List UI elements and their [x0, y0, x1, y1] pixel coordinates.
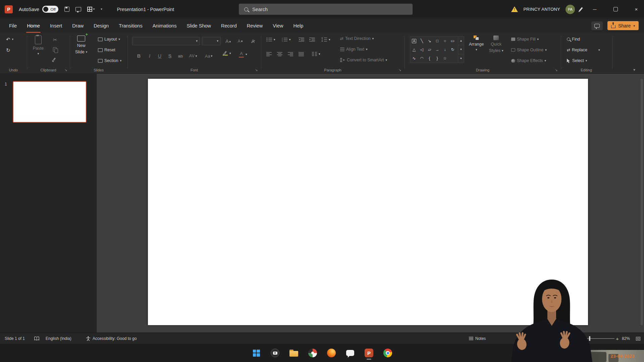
shape-effects-button[interactable]: Shape Effects ▾ [511, 58, 546, 63]
tab-file[interactable]: File [4, 18, 22, 33]
quick-styles-button[interactable]: Quick Styles ▾ [489, 36, 503, 53]
tab-draw[interactable]: Draw [67, 18, 89, 33]
text-highlight-color-button[interactable]: ▾ [223, 51, 231, 56]
start-button[interactable] [250, 346, 263, 360]
section-button[interactable]: Section ▾ [98, 58, 121, 63]
taskbar-firefox[interactable] [325, 346, 338, 360]
shape-right-brace-icon[interactable]: } [433, 56, 441, 60]
tab-help[interactable]: Help [288, 18, 308, 33]
pen-mode-icon[interactable] [579, 7, 583, 11]
shape-left-brace-icon[interactable]: { [426, 56, 433, 60]
avatar[interactable]: PA [566, 5, 575, 14]
tab-record[interactable]: Record [216, 18, 242, 33]
increase-indent-button[interactable] [309, 37, 315, 42]
shape-line-icon[interactable]: ╲ [418, 39, 426, 43]
powerpoint-logo-icon[interactable]: P [5, 5, 13, 13]
shape-fill-button[interactable]: Shape Fill ▾ [511, 37, 539, 42]
tab-view[interactable]: View [268, 18, 288, 33]
shape-left-triangle-icon[interactable]: ◁ [418, 48, 426, 52]
shapes-scroll-up-button[interactable]: ▲ [458, 37, 464, 45]
text-direction-button[interactable]: ⇄ Text Direction ▾ [340, 36, 374, 41]
shapes-gallery[interactable]: A ╲ ↘ □ ○ ▭ △ ◁ ▱ → ↓ ↻ ∿ ◠ [410, 36, 464, 63]
shapes-scroll-down-button[interactable]: ▼ [458, 45, 464, 54]
shrink-font-button[interactable]: A▾ [235, 37, 245, 46]
shape-parallelogram-icon[interactable]: ▱ [426, 48, 433, 52]
shape-textbox-icon[interactable]: A [410, 39, 418, 43]
paste-button[interactable]: Paste ▾ [33, 36, 44, 55]
taskbar-chrome[interactable] [381, 346, 394, 360]
font-size-combo[interactable]: ▾ [202, 37, 221, 45]
decrease-indent-button[interactable] [299, 37, 304, 42]
share-button[interactable]: Share ▾ [607, 21, 639, 30]
tab-insert[interactable]: Insert [45, 18, 67, 33]
zoom-percentage[interactable]: 82% [622, 333, 630, 344]
taskbar-powerpoint[interactable]: P [362, 346, 376, 360]
spell-check-button[interactable] [34, 333, 39, 344]
strikethrough-button[interactable]: ab [176, 52, 185, 60]
slide-thumbnail[interactable] [13, 81, 87, 123]
zoom-in-button[interactable]: + [616, 333, 619, 344]
shape-oval-icon[interactable]: ○ [441, 39, 449, 43]
copy-button[interactable] [53, 47, 57, 52]
align-center-button[interactable] [277, 52, 282, 57]
slide-layout-button[interactable]: ▾ [87, 7, 95, 12]
columns-button[interactable]: ▾ [312, 52, 320, 56]
maximize-button[interactable] [608, 0, 623, 18]
shape-outline-button[interactable]: Shape Outline ▾ [511, 48, 547, 52]
align-text-button[interactable]: Align Text ▾ [340, 47, 368, 52]
new-slide-button[interactable]: New Slide ▾ [75, 36, 87, 55]
arrange-button[interactable]: Arrange ▾ [469, 36, 484, 51]
undo-button[interactable]: ↶ ▾ [6, 37, 13, 42]
close-button[interactable]: × [629, 0, 644, 18]
convert-to-smartart-button[interactable]: Convert to SmartArt ▾ [340, 58, 387, 62]
font-dialog-launcher[interactable]: ↘ [255, 68, 258, 72]
format-painter-button[interactable] [53, 57, 56, 62]
cut-button[interactable]: ✂ [53, 37, 57, 42]
taskbar-chat[interactable] [343, 346, 357, 360]
justify-button[interactable] [299, 52, 304, 57]
tab-transitions[interactable]: Transitions [114, 18, 147, 33]
shape-triangle-icon[interactable]: △ [410, 48, 418, 52]
minimize-button[interactable]: ─ [587, 0, 602, 18]
shape-down-arrow-icon[interactable]: ↓ [441, 48, 449, 52]
account-name[interactable]: PRINCY ANTONY [523, 7, 560, 12]
taskbar-browser-app[interactable] [306, 346, 319, 360]
comments-button[interactable] [591, 21, 603, 30]
save-button[interactable] [64, 7, 69, 12]
paragraph-dialog-launcher[interactable]: ↘ [398, 68, 401, 72]
search-input[interactable]: Search [239, 4, 413, 15]
numbering-button[interactable]: 123 ▾ [282, 37, 291, 42]
line-spacing-button[interactable]: ▾ [321, 37, 330, 42]
tab-slide-show[interactable]: Slide Show [181, 18, 216, 33]
replace-button[interactable]: ⇄ Replace ▾ [567, 48, 600, 52]
change-case-button[interactable]: Aa▾ [204, 52, 213, 60]
align-left-button[interactable] [266, 52, 272, 57]
shape-curve-icon[interactable]: ∿ [410, 56, 418, 60]
bullets-button[interactable]: ▾ [266, 37, 275, 42]
taskbar-camera-app[interactable] [268, 346, 282, 360]
layout-button[interactable]: Layout ▾ [98, 37, 120, 42]
taskbar-file-explorer[interactable] [287, 346, 301, 360]
redo-button[interactable]: ↻ [6, 48, 10, 53]
shape-arrow-line-icon[interactable]: ↘ [426, 39, 433, 43]
reset-button[interactable]: Reset [98, 48, 115, 52]
notes-button[interactable]: Notes [469, 333, 486, 344]
shape-star-icon[interactable]: ☆ [441, 56, 449, 60]
fit-slide-button[interactable] [636, 333, 640, 344]
select-button[interactable]: Select ▾ [567, 58, 587, 63]
drawing-dialog-launcher[interactable]: ↘ [555, 68, 557, 72]
start-presenting-button[interactable] [75, 7, 81, 11]
underline-button[interactable]: U [155, 52, 164, 60]
font-color-button[interactable]: A ▾ [239, 51, 247, 58]
find-button[interactable]: Find [567, 37, 580, 42]
text-shadow-button[interactable]: S [165, 52, 174, 60]
warning-icon[interactable] [511, 6, 518, 12]
language-status[interactable]: English (India) [46, 333, 71, 344]
vertical-scrollbar[interactable] [641, 79, 643, 325]
clear-formatting-button[interactable]: A [248, 37, 258, 46]
tab-design[interactable]: Design [89, 18, 114, 33]
tab-home[interactable]: Home [22, 18, 45, 33]
align-right-button[interactable] [288, 52, 293, 57]
shape-arc-icon[interactable]: ◠ [418, 56, 426, 60]
autosave-toggle[interactable]: Off [42, 6, 58, 13]
